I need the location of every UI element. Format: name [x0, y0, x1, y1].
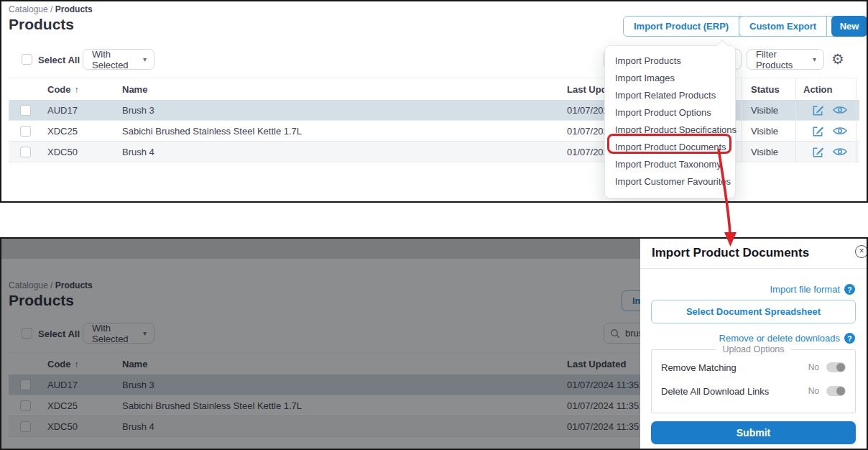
with-selected-dropdown[interactable]: With Selected ▾ [83, 49, 154, 70]
help-icon[interactable]: ? [844, 284, 855, 295]
menu-item-import-product-taxonomy[interactable]: Import Product Taxonomy [605, 156, 735, 173]
col-header-action: Action [795, 78, 857, 100]
col-header-name[interactable]: Name [115, 84, 561, 95]
select-all-checkbox[interactable] [22, 54, 32, 65]
chevron-down-icon: ▾ [143, 55, 147, 63]
import-product-documents-modal: Import Product Documents × Import file f… [640, 239, 867, 449]
cell-status: Visible [742, 121, 795, 141]
import-product-erp-label[interactable]: Import Product (ERP) [624, 17, 739, 36]
toggle-value: No [808, 386, 819, 396]
gear-icon[interactable]: ⚙ [831, 52, 844, 66]
view-icon[interactable] [833, 147, 847, 157]
menu-item-import-product-options[interactable]: Import Product Options [605, 104, 735, 121]
products-page-panel: Catalogue / Products Products Import Pro… [0, 0, 868, 203]
edit-icon[interactable] [812, 104, 824, 116]
custom-export-label[interactable]: Custom Export [739, 17, 827, 36]
row-checkbox[interactable] [20, 126, 31, 137]
delete-all-download-links-option: Delete All Download Links No [652, 380, 855, 402]
remove-or-delete-downloads-label[interactable]: Remove or delete downloads [719, 333, 840, 344]
divider [640, 268, 867, 269]
submit-button[interactable]: Submit [651, 421, 856, 444]
cell-status: Visible [742, 100, 795, 120]
row-checkbox[interactable] [20, 105, 31, 116]
menu-item-import-related-products[interactable]: Import Related Products [605, 87, 735, 104]
view-icon[interactable] [833, 105, 847, 115]
select-document-spreadsheet-button[interactable]: Select Document Spreadsheet [651, 300, 856, 323]
select-all-label: Select All [38, 55, 80, 65]
import-dropdown-menu: Import Products Import Images Import Rel… [604, 45, 736, 198]
breadcrumb: Catalogue / Products [9, 4, 93, 14]
remove-matching-toggle[interactable] [826, 362, 846, 372]
menu-item-import-images[interactable]: Import Images [605, 70, 735, 87]
page-title: Products [9, 16, 74, 33]
upload-options-fieldset: Upload Options Remove Matching No Delete… [651, 344, 856, 413]
import-file-format-link[interactable]: Import file format ? [770, 284, 855, 295]
cell-code: XDC50 [42, 147, 115, 157]
toggle-value: No [808, 362, 819, 372]
red-highlight-box [607, 134, 731, 154]
delete-all-download-links-label: Delete All Download Links [661, 386, 769, 397]
cell-status: Visible [742, 142, 795, 162]
edit-icon[interactable] [812, 125, 824, 137]
edit-icon[interactable] [812, 146, 824, 158]
row-checkbox[interactable] [20, 147, 31, 157]
breadcrumb-separator: / [50, 4, 52, 14]
view-icon[interactable] [833, 126, 847, 136]
chevron-down-icon: ▾ [813, 55, 816, 63]
remove-or-delete-downloads-link[interactable]: Remove or delete downloads ? [719, 333, 855, 344]
cell-name: Brush 3 [115, 105, 561, 116]
upload-options-legend: Upload Options [716, 344, 790, 354]
new-button[interactable]: New [831, 16, 867, 37]
menu-item-import-customer-favourites[interactable]: Import Customer Favourites [605, 173, 735, 190]
breadcrumb-catalogue[interactable]: Catalogue [9, 4, 48, 14]
remove-matching-option: Remove Matching No [652, 357, 855, 378]
menu-item-import-products[interactable]: Import Products [605, 52, 735, 70]
cell-name: Sabichi Brushed Stainless Steel Kettle 1… [115, 126, 561, 137]
delete-all-download-links-toggle[interactable] [826, 386, 846, 396]
breadcrumb-products: Products [55, 4, 93, 14]
col-header-code[interactable]: Code [47, 84, 71, 95]
with-selected-label: With Selected [92, 49, 137, 70]
modal-title: Import Product Documents [652, 246, 809, 260]
filter-products-dropdown[interactable]: Filter Products ▾ [747, 49, 824, 70]
help-icon[interactable]: ? [844, 333, 855, 344]
modal-state-panel: Catalogue / Products Products Import Pro… [0, 237, 868, 450]
import-product-erp-button[interactable]: Import Product (ERP) ▾ [623, 16, 758, 37]
remove-matching-label: Remove Matching [661, 362, 737, 373]
col-header-status[interactable]: Status [742, 78, 795, 100]
sort-asc-icon: ↑ [75, 85, 79, 95]
custom-export-button[interactable]: Custom Export ▾ [739, 16, 846, 37]
import-file-format-label[interactable]: Import file format [770, 284, 840, 295]
cell-code: AUD17 [42, 105, 115, 116]
cell-name: Brush 4 [115, 147, 561, 157]
filter-products-label: Filter Products [756, 49, 807, 70]
cell-code: XDC25 [42, 126, 115, 137]
close-icon[interactable]: × [855, 245, 868, 258]
